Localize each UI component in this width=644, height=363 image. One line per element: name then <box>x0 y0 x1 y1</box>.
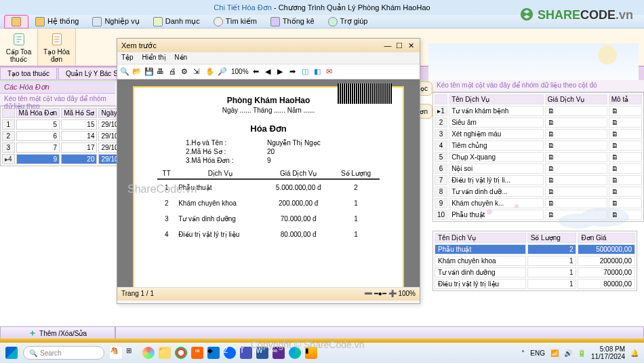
tool-prev-icon[interactable]: ◀ <box>265 67 275 77</box>
maximize-button[interactable]: ☐ <box>395 41 404 50</box>
tb-app-icon[interactable]: 🐴 <box>110 347 122 359</box>
preview-status: Trang 1 / 1 ➖ ━●━ ➕ 100% <box>117 287 420 301</box>
help-icon <box>328 17 338 26</box>
tool-save-icon[interactable]: 💾 <box>144 67 154 77</box>
subtab-toathuoc[interactable]: Tạo toa thuốc <box>0 67 57 80</box>
tb-powerbi-icon[interactable]: ▮ <box>305 347 317 359</box>
minimize-button[interactable]: — <box>383 41 393 50</box>
tool-zoom-icon[interactable]: 🔎 <box>218 67 227 77</box>
tb-word-icon[interactable]: W <box>256 347 268 359</box>
zoom-out-icon[interactable]: ➖ <box>364 290 372 297</box>
tray-chevron-icon[interactable]: ˄ <box>521 349 525 357</box>
services-grid[interactable]: Tên Dịch Vụ Giá Dịch Vụ Mô tả ▸1Tư vấn k… <box>432 92 644 222</box>
tool-find-icon[interactable]: 🔍 <box>120 67 129 77</box>
tray-wifi-icon[interactable]: 📶 <box>550 349 559 357</box>
edit-button[interactable]: Thêm /Xóa/Sửa <box>0 326 115 340</box>
tool-bg-icon[interactable]: ◧ <box>314 67 323 77</box>
ribbon-tab-nghiepvu[interactable]: Nghiệp vụ <box>85 16 146 28</box>
close-button[interactable]: ✕ <box>406 41 416 50</box>
ribbon-tab-danhmuc[interactable]: Danh mục <box>146 16 207 28</box>
tb-vs-icon[interactable]: ∞ <box>273 347 285 359</box>
tool-hand-icon[interactable]: ✋ <box>205 67 215 77</box>
table-row[interactable]: Khám chuyên khoa1200000,00 <box>435 256 635 266</box>
tool-first-icon[interactable]: ⬅ <box>253 67 262 77</box>
chart-icon <box>270 17 280 26</box>
tool-export-icon[interactable]: ✉ <box>326 67 336 77</box>
sum-col-dg[interactable]: Đơn Giá <box>578 233 635 243</box>
tray-notifications-icon[interactable]: 🔔 <box>630 349 639 357</box>
table-row[interactable]: 3Xét nghiệm máu🗎🗎 <box>435 129 642 139</box>
field-label: 2.Mã Hồ Sơ : <box>186 148 267 155</box>
tool-setup-icon[interactable]: ⚙ <box>181 67 190 77</box>
table-row[interactable]: 4Tiêm chủng🗎🗎 <box>435 140 642 151</box>
tray-volume-icon[interactable]: 🔊 <box>564 349 572 357</box>
title-prefix: Chi Tiết Hóa Đơn <box>214 3 272 12</box>
tool-last-icon[interactable]: ➡ <box>289 67 299 77</box>
tb-edge-icon[interactable] <box>289 347 301 359</box>
tb-explorer-icon[interactable]: 📁 <box>159 347 171 359</box>
taskbar-search[interactable]: 🔍Search <box>23 346 104 360</box>
field-value: 20 <box>267 148 392 155</box>
zoom-readout[interactable]: 100% <box>230 68 250 75</box>
tb-chrome-icon[interactable] <box>175 347 187 359</box>
zoom-slider[interactable]: ━●━ <box>374 290 386 297</box>
tb-teams-icon[interactable]: T <box>240 347 252 359</box>
tray-clock[interactable]: 5:08 PM 11/17/2024 <box>591 345 625 360</box>
app-orb-icon <box>12 17 21 26</box>
table-row[interactable]: 8Tư vấn dinh dưỡ...🗎🗎 <box>435 187 642 197</box>
tool-scale-icon[interactable]: ⇲ <box>193 67 203 77</box>
tb-zalo-icon[interactable]: Z <box>224 347 236 359</box>
tool-open-icon[interactable]: 📂 <box>132 67 142 77</box>
preview-viewport[interactable]: Phòng Khám HaoHao Ngày ...... Tháng ....… <box>117 79 420 287</box>
zoom-in-icon[interactable]: ➕ <box>388 290 397 297</box>
bottom-bar: Thêm /Xóa/Sửa <box>0 326 644 340</box>
col-tendv[interactable]: Tên Dịch Vụ <box>449 94 544 104</box>
menu-tep[interactable]: Tệp <box>121 54 134 61</box>
table-row[interactable]: 6Nội soi🗎🗎 <box>435 164 642 174</box>
table-row[interactable]: 9Khám chuyên k...🗎🗎 <box>435 198 642 208</box>
ribbon-tab-trogiup[interactable]: Trợ giúp <box>321 16 375 28</box>
table-row[interactable]: Điều trị vật lý trị liệu180000,00 <box>435 279 635 289</box>
start-button[interactable] <box>5 347 18 359</box>
ribbon-tab-hethong[interactable]: Hệ thống <box>28 16 85 28</box>
tb-vscode-icon[interactable]: ◆ <box>207 347 220 359</box>
sum-col-tendv[interactable]: Tên Dịch Vụ <box>435 233 526 243</box>
table-row[interactable]: 2Siêu âm🗎🗎 <box>435 117 642 128</box>
zoom-pct: 100% <box>398 290 416 297</box>
table-row[interactable]: Phẫu thuật25000000,00 <box>435 244 635 254</box>
col-mahd[interactable]: Mã Hóa Đơn <box>16 108 60 118</box>
menu-nen[interactable]: Nền <box>174 54 187 61</box>
ribbon-tab-thongke[interactable]: Thống kê <box>264 16 321 28</box>
col-mota[interactable]: Mô tả <box>609 94 642 104</box>
preview-title: Xem trước <box>121 41 157 50</box>
ribbon-group-captoa[interactable]: Cấp Toa thuốc <box>0 28 38 66</box>
preview-titlebar[interactable]: Xem trước — ☐ ✕ <box>117 39 420 52</box>
title-suffix: - Chương Trình Quản Lý Phòng Khám HaoHao <box>272 3 430 12</box>
tb-taskview-icon[interactable]: ⊞ <box>126 347 138 359</box>
menu-hienthi[interactable]: Hiển thị <box>142 54 165 61</box>
search-icon <box>214 17 223 26</box>
clipboard-icon <box>92 17 102 26</box>
tool-quick-print-icon[interactable]: 🖨 <box>169 67 178 77</box>
tb-xampp-icon[interactable]: ∞ <box>191 347 203 359</box>
table-row[interactable]: 5Chụp X-quang🗎🗎 <box>435 152 642 162</box>
table-row[interactable]: Tư vấn dinh dưỡng170000,00 <box>435 267 635 278</box>
tb-copilot-icon[interactable] <box>142 347 155 359</box>
col-mahs[interactable]: Mã Hồ Sơ <box>61 108 97 118</box>
preview-menu: Tệp Hiển thị Nền <box>117 52 420 64</box>
col-giadv[interactable]: Giá Dịch Vụ <box>545 94 607 104</box>
tool-multi-icon[interactable]: ◫ <box>302 67 311 77</box>
tray-battery-icon[interactable]: 🔋 <box>578 349 586 357</box>
ribbon-tab-app[interactable] <box>4 15 28 28</box>
table-row[interactable]: 7Điều trị vật lý trị li...🗎🗎 <box>435 175 642 185</box>
sum-col-sl[interactable]: Số Lượng <box>527 233 577 243</box>
ribbon-tab-timkiem[interactable]: Tìm kiếm <box>207 16 264 28</box>
tool-print-icon[interactable]: 🖶 <box>157 67 166 77</box>
table-row[interactable]: 10Phẫu thuật🗎🗎 <box>435 210 642 220</box>
summary-grid[interactable]: Tên Dịch Vụ Số Lượng Đơn Giá Phẫu thuật2… <box>432 231 637 291</box>
ribbon-group-taohd[interactable]: Tạo Hóa đơn <box>38 28 76 66</box>
table-row[interactable]: ▸1Tư vấn khám bệnh🗎🗎 <box>435 106 642 116</box>
tool-next-icon[interactable]: ▶ <box>277 67 287 77</box>
print-preview-window: Xem trước — ☐ ✕ Tệp Hiển thị Nền 🔍 📂 💾 🖶… <box>117 38 420 304</box>
tray-lang[interactable]: ENG <box>530 349 545 357</box>
